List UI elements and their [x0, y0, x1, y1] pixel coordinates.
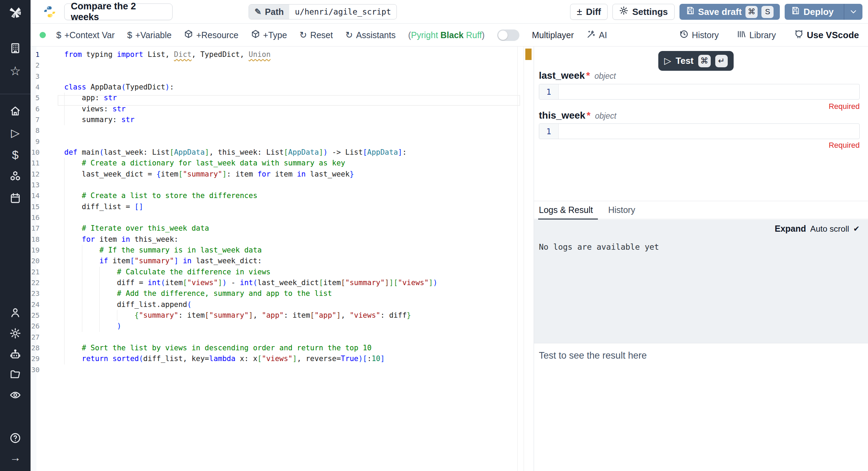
magic-wand-icon — [586, 29, 596, 41]
sidebar-item-play-icon[interactable]: ▷ — [0, 125, 31, 140]
gear-icon — [619, 6, 628, 18]
required-hint: Required — [829, 102, 860, 111]
diff-label: Diff — [586, 7, 601, 17]
sidebar-item-folder-icon[interactable] — [0, 367, 31, 382]
add-resource-label: +Resource — [196, 30, 239, 40]
autoscroll-label[interactable]: Auto scroll — [810, 224, 849, 234]
code-line: # Create a dictionary for last_week data… — [64, 158, 345, 169]
expand-button[interactable]: Expand — [775, 224, 806, 234]
json-editor-field[interactable] — [559, 84, 859, 99]
sidebar-item-star-icon[interactable]: ☆ — [0, 63, 31, 79]
line-number: 13 — [31, 180, 40, 190]
code-line: views: str — [64, 104, 126, 114]
package-icon — [184, 29, 193, 41]
add-resource-button[interactable]: +Resource — [184, 29, 239, 41]
sidebar-item-eye-icon[interactable] — [0, 387, 31, 403]
save-icon — [686, 6, 694, 17]
settings-button[interactable]: Settings — [612, 4, 675, 20]
arg-input-this-week[interactable]: 1 — [539, 123, 860, 139]
line-number: 25 — [31, 310, 40, 321]
sidebar-item-help-icon[interactable] — [0, 430, 31, 446]
code-line: # Create a list to store the differences — [64, 190, 257, 201]
sidebar-divider — [0, 94, 31, 94]
vscode-cat-icon — [794, 29, 804, 41]
line-number: 28 — [31, 343, 40, 353]
deploy-dropdown[interactable] — [844, 4, 862, 20]
lint-status[interactable]: (Pyright Black Ruff) — [408, 30, 485, 40]
sidebar-item-cubes-icon[interactable] — [0, 169, 31, 184]
edit-pencil-icon: ✎ — [254, 7, 261, 17]
path-label-segment[interactable]: ✎ Path — [249, 5, 289, 19]
check-icon[interactable]: ✔ — [853, 224, 860, 233]
library-button[interactable]: Library — [737, 29, 776, 41]
multiplayer-toggle[interactable] — [497, 29, 519, 41]
toolbar-left: $ +Context Var $ +Variable +Resource +Ty… — [40, 24, 607, 46]
path-field[interactable]: ✎ Path u/henri/agile_script — [249, 4, 397, 19]
line-number: 5 — [31, 93, 40, 103]
required-hint: Required — [829, 141, 860, 150]
code-line: return sorted(diff_list, key=lambda x: x… — [64, 353, 385, 364]
code-line: # Calculate the difference in views — [64, 267, 270, 277]
code-line: diff_list.append( — [64, 299, 192, 310]
reset-label: Reset — [310, 30, 333, 40]
add-context-var-button[interactable]: $ +Context Var — [56, 30, 115, 40]
kbd-cmd: ⌘ — [745, 6, 758, 18]
add-context-var-label: +Context Var — [64, 30, 115, 40]
arg-name: last_week — [539, 70, 585, 81]
column-ruler — [517, 46, 518, 471]
line-number: 12 — [31, 169, 40, 180]
preview-panel: ▷ Test ⌘ ↵ last_week* object 1 Required … — [534, 46, 868, 471]
json-line-number: 1 — [539, 124, 559, 139]
history-button[interactable]: History — [679, 29, 719, 41]
code-line: {"summary": item["summary"], "app": item… — [64, 310, 411, 321]
sidebar-item-dollar-icon[interactable]: $ — [0, 147, 31, 162]
sidebar-item-user-icon[interactable] — [0, 305, 31, 320]
code-line: # If the summary is in last_week data — [64, 245, 262, 256]
line-number: 22 — [31, 277, 40, 288]
deploy-button[interactable]: Deploy — [785, 4, 862, 20]
sidebar-item-robot-icon[interactable] — [0, 347, 31, 362]
save-draft-button[interactable]: Save draft ⌘ S — [679, 4, 780, 20]
add-variable-button[interactable]: $ +Variable — [127, 30, 172, 40]
code-editor[interactable]: 1from typing import List, Dict, TypedDic… — [31, 46, 524, 471]
reset-button[interactable]: ↻ Reset — [300, 30, 333, 40]
result-placeholder: Test to see the result here — [539, 350, 647, 361]
sidebar-item-arrow-right-icon[interactable]: → — [0, 450, 31, 465]
code-line: def main(last_week: List[AppData], this_… — [64, 147, 407, 158]
code-line: # Sort the list by views in descending o… — [64, 343, 372, 353]
logs-controls: Expand Auto scroll ✔ — [775, 224, 860, 234]
windmill-logo[interactable] — [0, 5, 31, 20]
test-button[interactable]: ▷ Test ⌘ ↵ — [658, 51, 734, 71]
json-editor-field[interactable] — [559, 124, 859, 139]
add-type-button[interactable]: +Type — [251, 29, 287, 41]
diff-button[interactable]: ± Diff — [570, 4, 608, 20]
use-vscode-button[interactable]: Use VScode — [794, 29, 859, 41]
script-title-input[interactable]: Compare the 2 weeks — [64, 3, 173, 20]
sidebar-item-calendar-icon[interactable] — [0, 190, 31, 206]
line-number: 11 — [31, 158, 40, 169]
toggle-knob — [498, 31, 508, 40]
play-icon: ▷ — [664, 55, 671, 66]
arg-input-last-week[interactable]: 1 — [539, 84, 860, 100]
tab-logs-result[interactable]: Logs & Result — [539, 201, 593, 219]
line-number: 27 — [31, 332, 40, 343]
dollar-icon: $ — [56, 31, 61, 40]
header-bar: Compare the 2 weeks ✎ Path u/henri/agile… — [31, 0, 868, 24]
logs-empty-message: No logs are available yet — [539, 242, 659, 251]
line-number: 23 — [31, 288, 40, 299]
editor-toolbar: $ +Context Var $ +Variable +Resource +Ty… — [31, 24, 868, 46]
add-variable-label: +Variable — [135, 30, 172, 40]
ruff-label: Ruff — [466, 30, 482, 40]
sidebar-item-building-icon[interactable] — [0, 41, 31, 56]
editor-overview-ruler[interactable] — [524, 46, 534, 471]
sidebar-item-home-icon[interactable] — [0, 103, 31, 119]
line-number: 24 — [31, 299, 40, 310]
json-line-number: 1 — [539, 84, 559, 99]
history-label: History — [692, 30, 719, 40]
tab-history[interactable]: History — [608, 201, 635, 219]
required-asterisk: * — [587, 110, 591, 121]
code-line: class AppData(TypedDict): — [64, 82, 174, 93]
ai-button[interactable]: AI — [586, 29, 607, 41]
sidebar-item-gear-icon[interactable] — [0, 326, 31, 341]
assistants-button[interactable]: ↻ Assistants — [345, 30, 396, 40]
